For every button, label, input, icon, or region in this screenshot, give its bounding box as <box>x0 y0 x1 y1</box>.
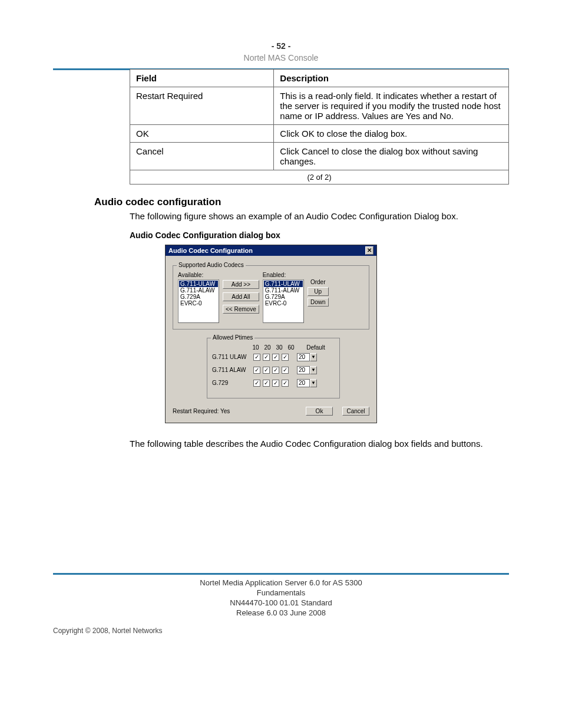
page-header-title: Nortel MAS Console <box>53 53 509 62</box>
up-button[interactable]: Up <box>308 287 329 296</box>
checkbox-icon[interactable]: ✓ <box>282 380 289 387</box>
list-item[interactable]: EVRC-0 <box>264 300 303 307</box>
table-pager: (2 of 2) <box>130 170 509 185</box>
figure-caption: Audio Codec Configuration dialog box <box>130 230 509 240</box>
checkbox-icon[interactable]: ✓ <box>282 367 289 374</box>
cell-desc: This is a read-only field. It indicates … <box>274 87 509 125</box>
dialog-title: Audio Codec Configuration <box>168 247 253 254</box>
list-item[interactable]: G.711-ALAW <box>264 287 303 294</box>
ok-button[interactable]: Ok <box>306 407 333 416</box>
table-row: OK Click OK to close the dialog box. <box>130 125 509 143</box>
checkbox-icon[interactable]: ✓ <box>253 380 260 387</box>
footer-line: Release 6.0 03 June 2008 <box>53 608 509 618</box>
available-listbox[interactable]: G.711-ULAW G.711-ALAW G.729A EVRC-0 <box>178 279 219 323</box>
default-combo[interactable]: 20 <box>297 366 310 374</box>
table-row: Cancel Click Cancel to close the dialog … <box>130 143 509 170</box>
enabled-listbox[interactable]: G.711-ULAW G.711-ALAW G.729A EVRC-0 <box>263 279 304 323</box>
default-combo[interactable]: 20 <box>297 379 310 387</box>
restart-required-label: Restart Required: Yes <box>173 408 230 414</box>
footer-rule <box>53 573 509 575</box>
dialog-titlebar: Audio Codec Configuration ✕ <box>166 245 376 256</box>
copyright: Copyright © 2008, Nortel Networks <box>53 627 509 635</box>
list-item[interactable]: G.729A <box>264 294 303 300</box>
chevron-down-icon[interactable]: ▼ <box>310 366 317 374</box>
supported-codecs-group: Supported Audio Codecs Available: G.711-… <box>173 265 369 330</box>
checkbox-icon[interactable]: ✓ <box>272 354 279 361</box>
section-heading: Audio codec configuration <box>94 196 509 208</box>
th-field: Field <box>130 70 274 87</box>
ptime-row: G.711 ULAW ✓ ✓ ✓ ✓ 20 ▼ <box>212 353 335 361</box>
add-button[interactable]: Add >> <box>223 280 259 289</box>
footer-line: NN44470-100 01.01 Standard <box>53 598 509 608</box>
field-description-table: Field Description Restart Required This … <box>130 69 509 170</box>
group-title-ptimes: Allowed Ptimes <box>211 334 254 341</box>
checkbox-icon[interactable]: ✓ <box>253 367 260 374</box>
checkbox-icon[interactable]: ✓ <box>263 354 270 361</box>
add-all-button[interactable]: Add All <box>223 292 259 301</box>
page-number: - 52 - <box>53 41 509 51</box>
pt-col-header: 60 <box>286 344 296 351</box>
intro-paragraph: The following figure shows an example of… <box>130 210 509 222</box>
ptime-codec-label: G.711 ALAW <box>212 367 251 373</box>
pt-col-header: 30 <box>275 344 284 351</box>
list-item[interactable]: G.711-ULAW <box>264 281 303 287</box>
outro-paragraph: The following table describes the Audio … <box>130 438 509 450</box>
cell-field: Restart Required <box>130 87 274 125</box>
down-button[interactable]: Down <box>308 298 329 307</box>
chevron-down-icon[interactable]: ▼ <box>310 379 317 387</box>
cell-field: Cancel <box>130 143 274 170</box>
cell-desc: Click OK to close the dialog box. <box>274 125 509 143</box>
enabled-label: Enabled: <box>263 272 304 278</box>
table-row: Restart Required This is a read-only fie… <box>130 87 509 125</box>
ptime-row: G.711 ALAW ✓ ✓ ✓ ✓ 20 ▼ <box>212 366 335 374</box>
cell-field: OK <box>130 125 274 143</box>
pt-default-header: Default <box>304 344 328 351</box>
remove-button[interactable]: << Remove <box>223 305 259 314</box>
checkbox-icon[interactable]: ✓ <box>253 354 260 361</box>
checkbox-icon[interactable]: ✓ <box>282 354 289 361</box>
list-item[interactable]: G.711-ALAW <box>179 287 218 294</box>
cancel-button[interactable]: Cancel <box>342 407 369 416</box>
cell-desc: Click Cancel to close the dialog box wit… <box>274 143 509 170</box>
checkbox-icon[interactable]: ✓ <box>272 367 279 374</box>
ptime-row: G.729 ✓ ✓ ✓ ✓ 20 ▼ <box>212 379 335 387</box>
checkbox-icon[interactable]: ✓ <box>263 367 270 374</box>
order-label: Order <box>308 279 329 285</box>
th-description: Description <box>274 70 509 87</box>
pt-col-header: 10 <box>251 344 260 351</box>
checkbox-icon[interactable]: ✓ <box>263 380 270 387</box>
list-item[interactable]: G.711-ULAW <box>179 281 218 287</box>
close-icon[interactable]: ✕ <box>365 246 373 255</box>
default-combo[interactable]: 20 <box>297 353 310 361</box>
footer-line: Fundamentals <box>53 588 509 598</box>
list-item[interactable]: EVRC-0 <box>179 300 218 307</box>
ptime-codec-label: G.711 ULAW <box>212 354 251 360</box>
group-title-codecs: Supported Audio Codecs <box>177 262 246 268</box>
list-item[interactable]: G.729A <box>179 294 218 300</box>
footer-line: Nortel Media Application Server 6.0 for … <box>53 578 509 588</box>
chevron-down-icon[interactable]: ▼ <box>310 353 317 361</box>
available-label: Available: <box>178 272 219 278</box>
allowed-ptimes-group: Allowed Ptimes 10 20 30 60 Default G.711… <box>207 338 340 398</box>
pt-col-header: 20 <box>263 344 272 351</box>
ptime-codec-label: G.729 <box>212 380 251 386</box>
audio-codec-dialog: Audio Codec Configuration ✕ Supported Au… <box>165 245 377 423</box>
checkbox-icon[interactable]: ✓ <box>272 380 279 387</box>
